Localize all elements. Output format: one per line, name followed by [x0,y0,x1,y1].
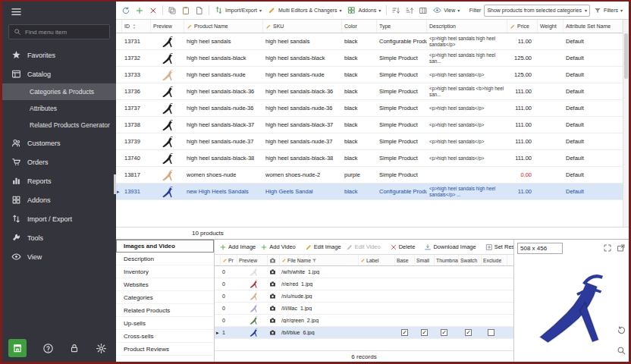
toolbar-addons-button[interactable]: Addons▾ [345,5,383,16]
column-header-preview[interactable]: Preview [151,20,184,33]
store-button[interactable] [8,339,27,357]
tab-categories[interactable]: Categories [116,291,214,304]
checkbox[interactable]: ✓ [441,329,447,336]
product-row-13736[interactable]: 13736high heel sandals-black-36high heel… [116,83,623,100]
column-header-exclude[interactable]: Exclude [482,255,507,265]
sidebar-item-view[interactable]: View [2,247,116,266]
scrollbar-thumb[interactable] [624,33,628,79]
download-image-button[interactable]: Download Image [422,242,477,253]
product-row-13739[interactable]: 13739high heel sandals-nude-37high heel … [116,133,623,150]
product-row-13740[interactable]: 13740high heel sandals-black-38high heel… [116,150,623,167]
filters-button[interactable]: Filters ▾ [592,5,625,16]
sidebar-item-import-export[interactable]: Import / Export [2,209,116,228]
checkbox[interactable]: ✓ [401,329,408,336]
checkbox[interactable] [488,329,494,336]
column-header-color[interactable]: Color [342,20,377,33]
fullscreen-button[interactable] [603,243,612,253]
tab-images-and-video[interactable]: Images and Video [116,240,214,253]
product-row-13731[interactable]: 13731high heel sandalshigh heel sandalsb… [116,33,623,50]
sidebar-item-tools[interactable]: Tools [2,228,116,247]
column-header-small[interactable]: Small [415,255,435,265]
xmark-button[interactable] [147,5,159,16]
image-size-field[interactable] [517,243,563,254]
menu-search-input[interactable] [25,29,105,36]
sidebar-item-orders[interactable]: Orders [2,152,116,171]
tab-up-sells[interactable]: Up-sells [116,317,214,330]
cols-button[interactable] [417,5,429,16]
checkbox[interactable]: ✓ [421,329,428,336]
delete-button[interactable]: Delete [388,242,417,253]
sidebar-item-catalog[interactable]: Catalog [2,64,116,83]
column-header-weight[interactable]: Weight [538,20,564,33]
product-row-13931[interactable]: ▸13931new High Heels SandalsHigh Geels S… [116,184,623,200]
toolbar-multi-editors-changers-button[interactable]: Multi Editors & Changers▾ [265,5,344,16]
cell-check-1[interactable]: ✓ [415,329,435,336]
column-header-base[interactable]: Base [395,255,415,265]
help-button[interactable] [42,343,54,354]
column-header-pr[interactable]: Pr [221,255,237,265]
paste-button[interactable] [180,5,192,16]
edit-image-button[interactable]: Edit Image [303,242,343,253]
product-row-13737[interactable]: 13737high heel sandals-nude-36high heel … [116,100,623,117]
cell-check-3[interactable]: ✓ [459,329,482,336]
open-external-button[interactable] [617,243,626,253]
checkbox[interactable]: ✓ [465,329,472,336]
toolbar-import-export-button[interactable]: Import/Export▾ [212,5,264,16]
column-header-preview[interactable]: Preview [237,255,268,265]
column-header-price[interactable]: Price [507,20,538,33]
category-filter-select[interactable]: Show products from selected categories ▾ [484,5,590,17]
tab-product-reviews[interactable]: Product Reviews [116,343,214,356]
image-row-l-i-lilac-1-jpg[interactable]: 0/l/i/lilac_1.jpg [215,303,513,315]
cell-check-0[interactable]: ✓ [395,329,415,336]
cell-check-2[interactable]: ✓ [435,329,459,336]
product-row-13817[interactable]: 13817women shoes-nudewomen shoes-nude-2p… [116,167,623,184]
column-header-thumbna[interactable]: Thumbna [435,255,459,265]
refresh-button[interactable] [120,5,132,16]
sidebar-search[interactable] [8,24,110,39]
image-row-n-u-nude-jpg[interactable]: 0/n/u/nude.jpg [215,290,513,303]
column-header-attribute-set-name[interactable]: Attribute Set Name [564,20,623,33]
product-row-13733[interactable]: 13733high heel sandals-nudehigh heel san… [116,67,623,83]
sortza-button[interactable] [403,5,416,16]
edit-video-button[interactable]: Edit Video [344,242,382,253]
doc-button[interactable] [193,5,206,16]
image-row-b-l-blue-6-jpg[interactable]: ▸1/b/l/blue_6.jpg✓✓✓✓ [215,327,513,339]
menu-toggle-button[interactable] [11,6,22,17]
sortaz-button[interactable] [390,5,402,16]
column-header-swatch[interactable]: Swatch [459,255,482,265]
plus-button[interactable] [133,5,146,16]
column-header-id[interactable]: ID [122,20,151,33]
sidebar-subitem-attributes[interactable]: Attributes [2,100,116,117]
settings-button[interactable] [96,343,107,354]
tab-inventory[interactable]: Inventory [116,265,214,278]
sidebar-item-addons[interactable]: Addons [2,190,116,209]
tab-description[interactable]: Description [116,253,214,265]
image-row-r-e-red-1-jpg[interactable]: 0/r/e/red_1.jpg [215,278,513,290]
tab-cross-sells[interactable]: Cross-sells [116,330,214,343]
add-image-button[interactable]: Add Image [218,242,257,253]
image-row-g-r-green-2-jpg[interactable]: 0/g/r/green_2.jpg [215,315,513,327]
zoom-button[interactable] [617,346,626,356]
sidebar-subitem-related-products-generator[interactable]: Related Products Generator [2,117,116,133]
column-header-camera[interactable] [268,255,280,265]
column-header-product-name[interactable]: Product Name [184,20,263,33]
tab-websites[interactable]: Websites [116,278,214,291]
sidebar-item-reports[interactable]: Reports [2,171,116,190]
toolbar-view-button[interactable]: View▾ [431,5,462,16]
product-row-13732[interactable]: 13732high heel sandals-blackhigh heel sa… [116,50,623,67]
product-row-13738[interactable]: 13738high heel sandals-black-37high heel… [116,117,623,133]
sidebar-item-favorites[interactable]: Favorites [2,46,116,64]
column-header-label[interactable]: Label [359,255,395,265]
column-header-description[interactable]: Description [427,20,507,33]
copy-button[interactable] [166,5,178,16]
column-header-file-name[interactable]: File Name [280,255,359,265]
image-row-w-h-white-1-jpg[interactable]: 0/w/h/white_1.jpg [215,266,513,278]
column-header-sku[interactable]: SKU [263,20,342,33]
sidebar-item-customers[interactable]: Customers [2,133,116,152]
rotate-button[interactable] [617,325,626,335]
lock-button[interactable] [69,343,80,353]
sidebar-subitem-categories-products[interactable]: Categories & Products [2,83,116,100]
vertical-scrollbar[interactable] [623,20,629,227]
add-video-button[interactable]: Add Video [259,242,297,253]
tab-related-products[interactable]: Related Products [116,304,214,317]
